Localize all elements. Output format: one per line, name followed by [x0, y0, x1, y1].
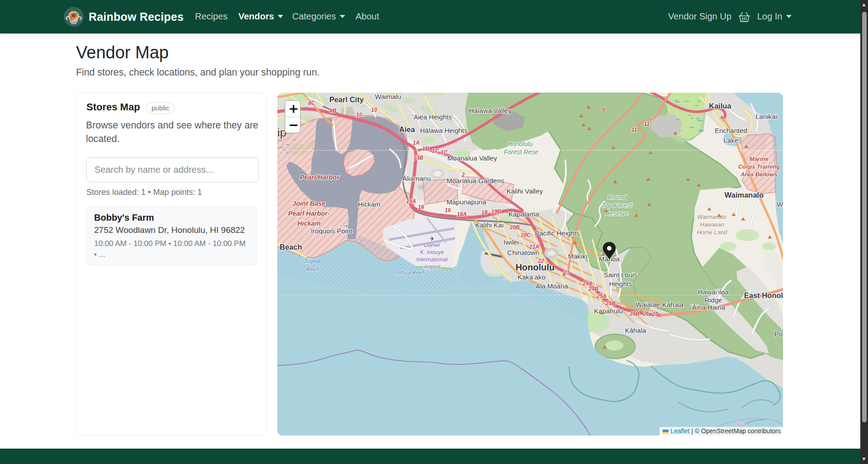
svg-text:20B: 20B	[509, 224, 520, 231]
svg-text:18A: 18A	[457, 211, 467, 218]
svg-text:Reserve: Reserve	[605, 210, 629, 217]
svg-text:Moanalua Gardens: Moanalua Gardens	[446, 177, 504, 185]
svg-text:25B: 25B	[605, 300, 616, 307]
svg-text:✈: ✈	[429, 235, 435, 242]
svg-text:International: International	[417, 256, 448, 263]
svg-text:24B: 24B	[588, 286, 598, 292]
svg-text:Lake: Lake	[724, 137, 739, 144]
svg-text:2: 2	[461, 172, 465, 178]
svg-text:11: 11	[644, 121, 650, 127]
svg-text:1C: 1C	[432, 148, 439, 154]
svg-text:ʻĀina Haina: ʻĀina Haina	[691, 303, 726, 311]
svg-text:26B: 26B	[629, 311, 640, 317]
svg-text:Home Land: Home Land	[697, 229, 727, 236]
svg-text:Kapalama: Kapalama	[508, 210, 539, 218]
svg-text:Kalihi Kai: Kalihi Kai	[475, 221, 504, 229]
svg-text:Beach: Beach	[280, 243, 302, 251]
svg-text:Moanalua Valley: Moanalua Valley	[447, 154, 497, 162]
svg-text:1A: 1A	[413, 140, 419, 146]
svg-text:Lanikai: Lanikai	[755, 113, 777, 120]
svg-text:1B: 1B	[422, 146, 429, 152]
svg-text:Reef: Reef	[306, 266, 319, 273]
svg-text:11: 11	[631, 127, 637, 133]
svg-text:Saint Louis: Saint Louis	[604, 271, 637, 279]
svg-text:10: 10	[356, 112, 362, 118]
svg-text:13B: 13B	[413, 155, 423, 161]
svg-text:Āliamanu: Āliamanu	[403, 175, 431, 182]
svg-text:22: 22	[537, 258, 544, 264]
svg-text:Hawaiian: Hawaiian	[700, 221, 724, 228]
svg-text:ʻAiea Heights: ʻAiea Heights	[412, 113, 452, 121]
svg-text:Pearl Harbor: Pearl Harbor	[300, 174, 340, 181]
svg-text:Honolulu: Honolulu	[508, 140, 532, 147]
svg-text:Tripod: Tripod	[304, 258, 321, 265]
svg-text:East Honolul: East Honolul	[744, 291, 783, 299]
svg-text:Enchanted: Enchanted	[715, 127, 747, 134]
svg-text:Ala Moana: Ala Moana	[536, 282, 568, 290]
svg-text:Pearl Harbor-: Pearl Harbor-	[288, 210, 330, 217]
svg-text:Waimanalo: Waimanalo	[697, 213, 727, 220]
svg-text:Pearl City: Pearl City	[329, 95, 364, 104]
svg-text:K. Inouye: K. Inouye	[420, 249, 444, 256]
svg-text:21A: 21A	[529, 244, 539, 250]
svg-text:Iroquois Point: Iroquois Point	[311, 227, 353, 235]
svg-text:27: 27	[651, 311, 659, 317]
svg-text:Portl: Portl	[774, 330, 783, 338]
svg-text:Aiea: Aiea	[399, 125, 416, 133]
svg-text:Ahua Reef: Ahua Reef	[397, 270, 425, 276]
svg-text:Honolulu: Honolulu	[516, 262, 555, 272]
svg-text:20C: 20C	[520, 232, 531, 238]
svg-text:Waialae-Kahala: Waialae-Kahala	[636, 301, 683, 308]
svg-text:Waimalu: Waimalu	[375, 93, 401, 100]
svg-text:Forest Rese: Forest Rese	[504, 148, 538, 156]
svg-text:Joint Base: Joint Base	[292, 200, 325, 207]
svg-text:Area Bellows: Area Bellows	[740, 171, 778, 178]
svg-text:Heights: Heights	[609, 280, 632, 288]
svg-text:10: 10	[371, 107, 377, 113]
svg-text:Kakaʻako: Kakaʻako	[517, 273, 545, 281]
svg-text:25A: 25A	[596, 293, 607, 299]
svg-text:Kalihi Valley: Kalihi Valley	[507, 187, 543, 195]
svg-text:16: 16	[445, 207, 451, 213]
svg-text:Ridge: Ridge	[704, 296, 722, 304]
svg-text:Airport: Airport	[423, 264, 441, 270]
svg-text:Kailua: Kailua	[709, 102, 731, 110]
svg-text:8C: 8C	[308, 100, 315, 106]
svg-text:Pacific Heights: Pacific Heights	[535, 229, 579, 237]
svg-text:18: 18	[481, 209, 488, 216]
svg-text:Iwilei: Iwilei	[503, 238, 518, 246]
svg-text:Makiki: Makiki	[568, 252, 588, 260]
svg-text:Corps Training: Corps Training	[738, 163, 780, 170]
svg-text:Hickam: Hickam	[358, 200, 380, 208]
svg-text:15A: 15A	[406, 198, 416, 204]
svg-text:1C: 1C	[441, 149, 448, 156]
svg-text:8B: 8B	[329, 108, 337, 114]
svg-text:Top Forest: Top Forest	[602, 202, 633, 209]
svg-text:Round: Round	[607, 194, 626, 201]
svg-text:16: 16	[418, 204, 424, 210]
svg-text:Hickam: Hickam	[297, 220, 321, 227]
svg-text:Daniel: Daniel	[424, 242, 441, 248]
svg-text:Halawa Valley: Halawa Valley	[469, 107, 512, 114]
svg-text:Kapahulu: Kapahulu	[594, 307, 622, 315]
svg-text:9: 9	[602, 107, 605, 113]
svg-text:19B: 19B	[491, 208, 501, 215]
svg-text:Hawaiʻiloa: Hawaiʻiloa	[698, 288, 729, 296]
svg-text:Mapunapuna: Mapunapuna	[446, 198, 486, 206]
svg-text:Wa: Wa	[777, 200, 783, 208]
svg-text:Hālawa Heights: Hālawa Heights	[420, 127, 467, 134]
svg-text:26: 26	[642, 311, 649, 317]
svg-text:Waimanalo: Waimanalo	[725, 191, 764, 199]
svg-text:Marine: Marine	[749, 156, 768, 162]
svg-text:Kāhala: Kāhala	[625, 327, 646, 334]
